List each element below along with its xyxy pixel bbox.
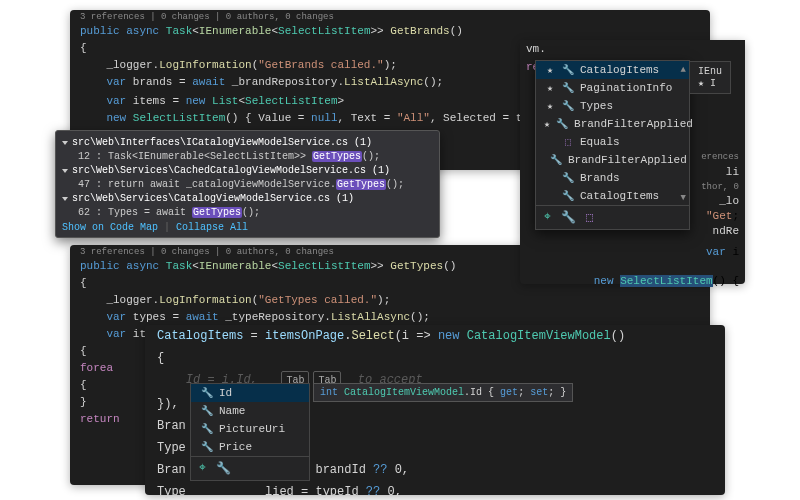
prop-icon: 🔧 xyxy=(562,190,574,202)
prop-icon: 🔧 xyxy=(562,172,574,184)
property-label: Name xyxy=(219,405,245,417)
prop-icon: 🔧 xyxy=(562,100,574,112)
intellisense-item[interactable]: ★🔧Types xyxy=(536,97,689,115)
wrench-icon[interactable]: 🔧 xyxy=(216,461,231,476)
intellisense-side-panel: IEnu ★ I xyxy=(689,61,731,94)
code-line[interactable]: public async Task<IEnumerable<SelectList… xyxy=(70,23,710,40)
intellisense-label: BrandFilterApplied xyxy=(574,118,693,130)
target-icon[interactable]: ⌖ xyxy=(544,210,551,225)
intellisense-item[interactable]: 🔧Brands xyxy=(536,169,689,187)
star-icon: ★ xyxy=(544,100,556,112)
wrench-icon: 🔧 xyxy=(201,405,213,417)
star-icon: ★ xyxy=(544,82,556,94)
code-line[interactable]: Type lied = typeId ?? 0, xyxy=(145,481,725,500)
chevron-down-icon xyxy=(62,141,68,145)
code-line[interactable]: _logger.LogInformation("GetTypes called.… xyxy=(70,292,710,309)
property-item[interactable]: 🔧PictureUri xyxy=(191,420,309,438)
member-access-expr[interactable]: vm. xyxy=(520,40,745,58)
reference-links: Show on Code Map | Collapse All xyxy=(62,219,433,233)
field-icon: 🔧 xyxy=(562,82,574,94)
intellisense-item[interactable]: ⬚Equals xyxy=(536,133,689,151)
code-line[interactable]: var types = await _typeRepository.ListAl… xyxy=(70,309,710,326)
codelens[interactable]: 3 references | 0 changes | 0 authors, 0 … xyxy=(70,10,710,23)
property-item[interactable]: 🔧Id xyxy=(191,384,309,402)
intellisense-label: Types xyxy=(580,100,613,112)
scroll-down-icon[interactable]: ▼ xyxy=(681,193,686,203)
intellisense-item[interactable]: 🔧BrandFilterApplied xyxy=(536,151,689,169)
target-icon[interactable]: ⌖ xyxy=(199,461,206,476)
intellisense-label: PaginationInfo xyxy=(580,82,672,94)
reference-file[interactable]: src\Web\Interfaces\ICatalogViewModelServ… xyxy=(62,135,433,150)
intellisense-label: Equals xyxy=(580,136,620,148)
scroll-up-icon[interactable]: ▲ xyxy=(681,65,686,75)
find-references-tooltip: src\Web\Interfaces\ICatalogViewModelServ… xyxy=(55,130,440,238)
intellisense-item[interactable]: ★🔧CatalogItems xyxy=(536,61,689,79)
intellisense-item[interactable]: ★🔧BrandFilterApplied xyxy=(536,115,689,133)
intellisense-label: CatalogItems xyxy=(580,190,659,202)
property-label: Id xyxy=(219,387,232,399)
wrench-icon: 🔧 xyxy=(201,387,213,399)
reference-line[interactable]: 62 : Types = await GetTypes(); xyxy=(62,206,433,219)
show-code-map-link[interactable]: Show on Code Map xyxy=(62,222,158,233)
reference-line[interactable]: 47 : return await _catalogViewModelServi… xyxy=(62,178,433,191)
field-icon: 🔧 xyxy=(562,64,574,76)
wrench-icon: 🔧 xyxy=(201,423,213,435)
method-icon: ⬚ xyxy=(562,136,574,148)
prop-icon: 🔧 xyxy=(556,118,568,130)
member-info-tooltip: int CatalogItemViewModel.Id { get; set; … xyxy=(313,383,573,402)
property-intellisense: 🔧Id🔧Name🔧PictureUri🔧Price ⌖ 🔧 xyxy=(190,383,310,481)
reference-file[interactable]: src\Web\Services\CachedCatalogViewModelS… xyxy=(62,163,433,178)
intellisense-label: Brands xyxy=(580,172,620,184)
star-icon: ★ xyxy=(544,118,550,130)
intellisense-item[interactable]: ★🔧PaginationInfo xyxy=(536,79,689,97)
cube-icon[interactable]: ⬚ xyxy=(586,210,593,225)
property-item[interactable]: 🔧Price xyxy=(191,438,309,456)
property-label: PictureUri xyxy=(219,423,285,435)
star-icon: ★ xyxy=(544,64,556,76)
intellisense-popup: ★🔧CatalogItems★🔧PaginationInfo★🔧Types★🔧B… xyxy=(535,60,690,230)
code-line[interactable]: CatalogItems = itemsOnPage.Select(i => n… xyxy=(145,325,725,347)
property-label: Price xyxy=(219,441,252,453)
chevron-down-icon xyxy=(62,197,68,201)
intellisense-label: CatalogItems xyxy=(580,64,659,76)
intellisense-footer: ⌖ 🔧 ⬚ xyxy=(536,205,689,229)
intellisense-item[interactable]: 🔧CatalogItems xyxy=(536,187,689,205)
prop-icon: 🔧 xyxy=(550,154,562,166)
wrench-icon: 🔧 xyxy=(201,441,213,453)
property-item[interactable]: 🔧Name xyxy=(191,402,309,420)
collapse-all-link[interactable]: Collapse All xyxy=(176,222,248,233)
reference-line[interactable]: 12 : Task<IEnumerable<SelectListItem>> G… xyxy=(62,150,433,163)
intellicode-panel: CatalogItems = itemsOnPage.Select(i => n… xyxy=(145,325,725,495)
intellisense-footer: ⌖ 🔧 xyxy=(191,456,309,480)
chevron-down-icon xyxy=(62,169,68,173)
code-line[interactable]: { xyxy=(145,347,725,369)
intellisense-label: BrandFilterApplied xyxy=(568,154,687,166)
reference-file[interactable]: src\Web\Services\CatalogViewModelService… xyxy=(62,191,433,206)
wrench-icon[interactable]: 🔧 xyxy=(561,210,576,225)
